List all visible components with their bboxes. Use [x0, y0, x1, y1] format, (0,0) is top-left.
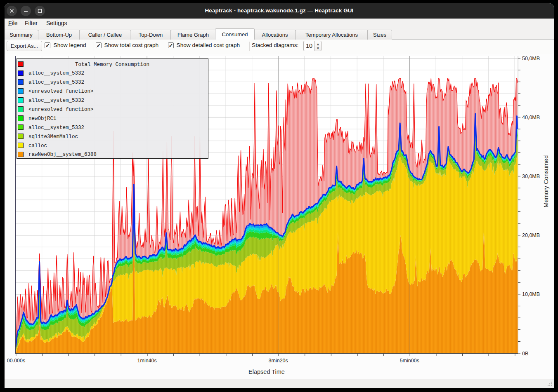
svg-text:10,0MB: 10,0MB	[522, 291, 540, 297]
svg-text:5min00s: 5min00s	[400, 358, 419, 364]
svg-text:00.000s: 00.000s	[7, 358, 25, 364]
svg-text:40,0MB: 40,0MB	[522, 115, 540, 120]
svg-text:Elapsed Time: Elapsed Time	[248, 369, 285, 375]
svg-text:30,0MB: 30,0MB	[522, 174, 540, 179]
svg-text:1min40s: 1min40s	[137, 358, 157, 364]
svg-text:0B: 0B	[522, 351, 528, 357]
svg-text:3min20s: 3min20s	[269, 358, 288, 364]
svg-text:50,0MB: 50,0MB	[522, 56, 540, 61]
svg-text:Memory Consumed: Memory Consumed	[543, 155, 549, 208]
svg-text:20,0MB: 20,0MB	[522, 232, 540, 238]
